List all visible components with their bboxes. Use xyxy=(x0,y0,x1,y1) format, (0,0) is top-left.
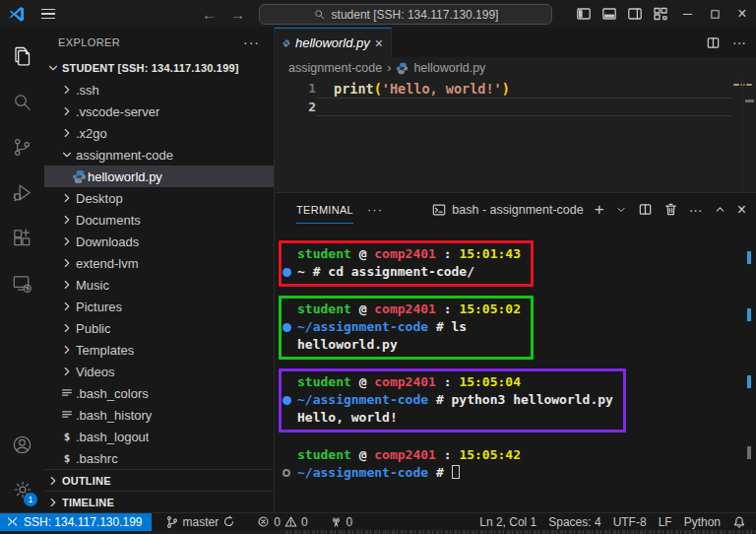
explorer-icon[interactable] xyxy=(0,33,44,79)
language-mode-status[interactable]: Python xyxy=(678,513,726,531)
terminal-more-actions-icon[interactable]: ··· xyxy=(689,202,703,218)
warning-icon xyxy=(284,515,297,528)
notifications-bell-icon[interactable] xyxy=(726,513,752,531)
text-file-icon xyxy=(58,386,76,400)
window-maximize-button[interactable] xyxy=(701,0,728,28)
tree-item-extend-lvm[interactable]: extend-lvm xyxy=(44,252,274,274)
chevron-right-icon xyxy=(58,83,76,97)
tree-item-bash-logout[interactable]: $.bash_logout xyxy=(44,426,274,447)
tree-item-helloworld-py[interactable]: helloworld.py xyxy=(44,166,274,187)
new-terminal-icon[interactable]: + xyxy=(595,200,604,220)
split-editor-icon[interactable] xyxy=(706,34,721,50)
minimap[interactable] xyxy=(733,84,753,90)
maximize-panel-icon[interactable] xyxy=(714,203,726,216)
cursor-position-status[interactable]: Ln 2, Col 1 xyxy=(473,513,542,531)
remote-explorer-icon[interactable] xyxy=(0,260,44,305)
tree-item-documents[interactable]: Documents xyxy=(44,209,274,231)
terminal-command-block-2: student @ comp2401 : 15:05:02 ~/assignme… xyxy=(279,296,534,360)
code-line-2 xyxy=(316,98,732,116)
terminal-body[interactable]: student @ comp2401 : 15:01:43 ~ # cd ass… xyxy=(275,226,756,512)
run-debug-icon[interactable] xyxy=(0,169,44,215)
text-file-icon xyxy=(58,408,76,422)
panel-more-actions-icon[interactable]: ··· xyxy=(367,202,383,217)
command-center-search[interactable]: student [SSH: 134.117.130.199] xyxy=(259,4,552,25)
tree-item-public[interactable]: Public xyxy=(44,317,274,339)
terminal-dropdown-icon[interactable] xyxy=(615,204,627,216)
tree-item-ssh[interactable]: .ssh xyxy=(44,79,274,100)
terminal-tab[interactable]: TERMINAL xyxy=(296,195,353,224)
line-number: 1 xyxy=(275,81,316,96)
toggle-sidebar-icon[interactable] xyxy=(571,0,597,28)
tab-close-icon[interactable]: × xyxy=(375,35,383,51)
terminal-icon xyxy=(432,203,446,217)
terminal-command-block-3: student @ comp2401 : 15:05:04 ~/assignme… xyxy=(279,368,626,433)
panel-header: TERMINAL ··· bash - assignment-code + ··… xyxy=(275,193,756,226)
search-sidebar-icon[interactable] xyxy=(0,79,44,124)
settings-gear-icon[interactable]: 1 xyxy=(0,467,44,512)
remote-indicator[interactable]: SSH: 134.117.130.199 xyxy=(0,513,152,531)
kill-terminal-icon[interactable] xyxy=(663,202,678,217)
tree-item-downloads[interactable]: Downloads xyxy=(44,231,274,252)
chevron-right-icon xyxy=(58,213,76,227)
encoding-status[interactable]: UTF-8 xyxy=(607,513,653,531)
editor-code-area[interactable]: 1 print('Hello, world!') 2 xyxy=(275,79,756,192)
problems-status[interactable]: 0 0 xyxy=(251,513,313,531)
tree-item-videos[interactable]: Videos xyxy=(44,361,274,382)
overview-ruler-cursor-mark xyxy=(745,100,754,102)
tree-item-templates[interactable]: Templates xyxy=(44,339,274,361)
close-panel-icon[interactable]: × xyxy=(737,201,746,219)
toggle-secondary-sidebar-icon[interactable] xyxy=(622,0,648,28)
chevron-right-icon xyxy=(58,365,76,378)
breadcrumb-folder[interactable]: assignment-code xyxy=(288,61,382,75)
chevron-right-icon xyxy=(58,321,76,335)
command-decoration-success[interactable] xyxy=(283,396,291,405)
eol-status[interactable]: LF xyxy=(653,513,678,531)
tab-helloworld-py[interactable]: helloworld.py × xyxy=(275,28,392,57)
command-decoration-success[interactable] xyxy=(283,323,291,332)
outline-section-header[interactable]: OUTLINE xyxy=(44,469,274,491)
terminal-panel: TERMINAL ··· bash - assignment-code + ··… xyxy=(275,192,756,512)
chevron-right-icon xyxy=(58,278,76,292)
command-decoration-success[interactable] xyxy=(283,268,291,277)
scrollbar-command-mark xyxy=(747,375,751,388)
python-file-icon xyxy=(70,169,88,184)
timeline-section-header[interactable]: TIMELINE xyxy=(44,491,274,512)
source-control-icon[interactable] xyxy=(0,124,44,169)
activity-bar: 1 xyxy=(0,28,44,512)
tree-item-x2go[interactable]: .x2go xyxy=(44,122,274,144)
ports-status[interactable]: 0 xyxy=(324,513,359,531)
tree-item-bash-history[interactable]: .bash_history xyxy=(44,404,274,426)
nav-forward-icon[interactable]: → xyxy=(230,6,245,23)
tree-item-assignment-code[interactable]: assignment-code xyxy=(44,144,274,166)
chevron-right-icon xyxy=(44,496,62,509)
tree-item-bashrc[interactable]: $.bashrc xyxy=(44,447,274,469)
extensions-icon[interactable] xyxy=(0,215,44,260)
sidebar-title: EXPLORER xyxy=(58,36,243,48)
indentation-status[interactable]: Spaces: 4 xyxy=(542,513,606,531)
customize-layout-icon[interactable] xyxy=(648,0,673,28)
tree-item-pictures[interactable]: Pictures xyxy=(44,296,274,317)
editor-more-actions-icon[interactable]: ··· xyxy=(732,34,746,50)
tree-item-bash-colors[interactable]: .bash_colors xyxy=(44,382,274,404)
chevron-right-icon xyxy=(58,300,76,313)
breadcrumb-file[interactable]: helloworld.py xyxy=(413,61,485,75)
chevron-right-icon xyxy=(58,126,76,140)
tree-item-music[interactable]: Music xyxy=(44,274,274,296)
tree-root-student[interactable]: STUDENT [SSH: 134.117.130.199] xyxy=(44,57,274,79)
branch-icon xyxy=(165,515,179,529)
nav-back-icon[interactable]: ← xyxy=(202,6,217,23)
toggle-panel-icon[interactable] xyxy=(597,0,622,28)
git-branch-status[interactable]: master xyxy=(159,513,242,531)
tree-item-desktop[interactable]: Desktop xyxy=(44,187,274,209)
window-close-button[interactable]: × xyxy=(728,0,756,28)
menu-hamburger-icon[interactable] xyxy=(33,9,63,20)
window-minimize-button[interactable] xyxy=(673,0,701,28)
tree-item-vscode-server[interactable]: .vscode-server xyxy=(44,100,274,122)
error-icon xyxy=(257,515,270,528)
vscode-window: ← → student [SSH: 134.117.130.199] × xyxy=(0,0,756,534)
split-terminal-icon[interactable] xyxy=(638,202,653,217)
accounts-icon[interactable] xyxy=(0,422,44,467)
chevron-right-icon xyxy=(58,104,76,118)
explorer-more-actions-icon[interactable]: ··· xyxy=(243,34,260,50)
terminal-instance-select[interactable]: bash - assignment-code xyxy=(432,203,583,217)
